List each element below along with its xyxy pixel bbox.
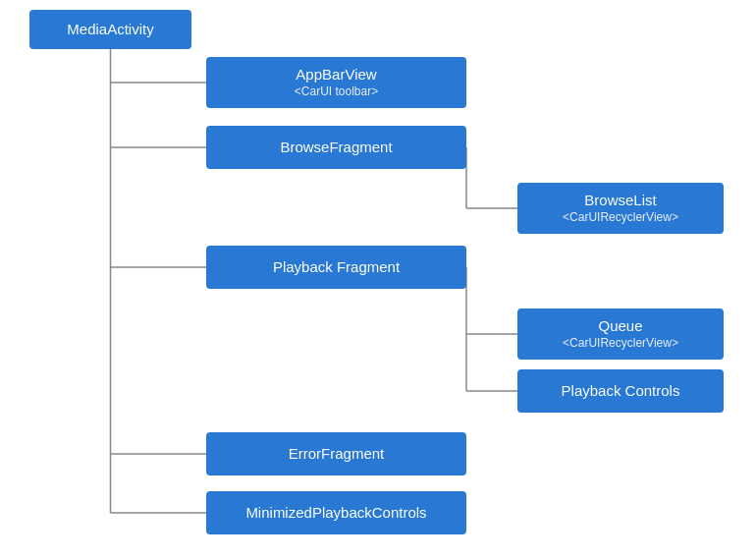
- minimized-playback-controls-node: MinimizedPlaybackControls: [206, 491, 466, 534]
- playback-controls-node: Playback Controls: [517, 369, 724, 413]
- media-activity-node: MediaActivity: [29, 10, 191, 49]
- playback-fragment-node: Playback Fragment: [206, 246, 466, 289]
- queue-node: Queue <CarUIRecyclerView>: [517, 308, 724, 360]
- diagram: MediaActivity AppBarView <CarUI toolbar>…: [0, 0, 756, 560]
- browse-list-node: BrowseList <CarUIRecyclerView>: [517, 183, 724, 234]
- app-bar-view-node: AppBarView <CarUI toolbar>: [206, 57, 466, 108]
- error-fragment-node: ErrorFragment: [206, 432, 466, 476]
- browse-fragment-node: BrowseFragment: [206, 126, 466, 169]
